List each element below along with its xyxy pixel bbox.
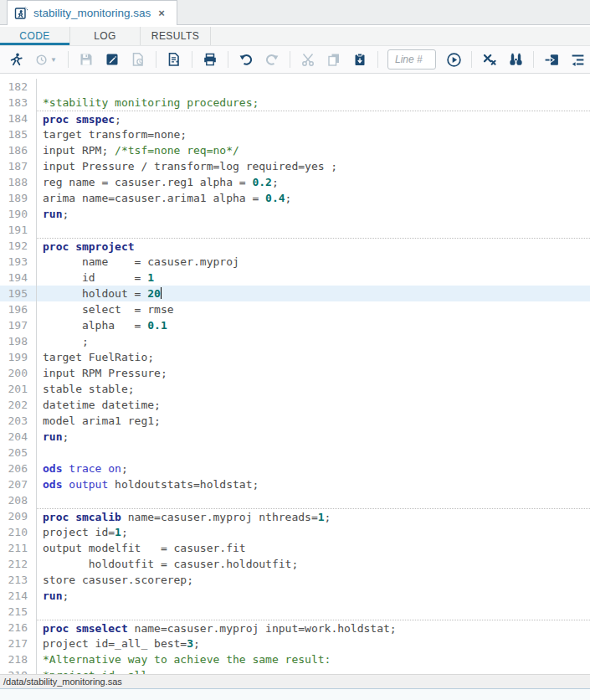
code-line[interactable]: 201stable stable; xyxy=(0,381,590,397)
code-line[interactable]: 216proc smselect name=casuser.myproj inp… xyxy=(0,620,590,636)
code-line[interactable]: 189arima name=casuser.arima1 alpha = 0.4… xyxy=(0,190,590,206)
code-text[interactable]: alpha = 0.1 xyxy=(37,317,590,333)
code-text[interactable]: project id=_all_ best=3; xyxy=(37,636,590,651)
run-icon[interactable] xyxy=(8,51,24,68)
code-text[interactable]: run; xyxy=(37,206,590,222)
clear-code-icon[interactable] xyxy=(481,51,498,68)
code-line[interactable]: 215 xyxy=(0,604,590,620)
tab-log[interactable]: LOG xyxy=(70,27,141,45)
code-line[interactable]: 217project id=_all_ best=3; xyxy=(0,636,590,651)
code-text[interactable]: ; xyxy=(37,333,590,349)
code-line[interactable]: 211output modelfit = casuser.fit xyxy=(0,540,590,556)
code-text[interactable]: input RPM; /*tsf=none req=no*/ xyxy=(37,142,590,158)
print-icon[interactable] xyxy=(202,51,218,68)
save-icon[interactable] xyxy=(78,51,95,68)
code-text[interactable]: run; xyxy=(37,588,590,604)
code-line[interactable]: 190run; xyxy=(0,206,590,222)
code-line[interactable]: 208 xyxy=(0,492,590,508)
code-text[interactable]: target transform=none; xyxy=(37,126,590,142)
code-line[interactable]: 187input Pressure / transform=log requir… xyxy=(0,158,590,174)
code-line[interactable]: 184proc smspec; xyxy=(0,111,590,126)
code-text[interactable]: input Pressure / transform=log required=… xyxy=(37,158,590,174)
code-text[interactable]: project id=1; xyxy=(37,524,590,540)
code-line[interactable]: 205 xyxy=(0,445,590,461)
code-text[interactable]: name = casuser.myproj xyxy=(37,254,590,270)
code-text[interactable]: run; xyxy=(37,429,590,445)
undo-icon[interactable] xyxy=(238,51,254,68)
code-text[interactable]: holdout = 20 xyxy=(37,286,590,301)
code-line[interactable]: 207ods output holdoutstats=holdstat; xyxy=(0,476,590,492)
code-text[interactable]: holdoutfit = casuser.holdoutfit; xyxy=(37,556,590,572)
code-line[interactable]: 218*Alternative way to achieve the same … xyxy=(0,651,590,667)
format-code-icon[interactable] xyxy=(569,51,586,68)
code-line[interactable]: 200input RPM Pressure; xyxy=(0,365,590,381)
code-text[interactable]: *project id=_all_; xyxy=(37,667,590,674)
close-icon[interactable]: × xyxy=(156,7,167,19)
find-replace-icon[interactable] xyxy=(507,51,524,68)
code-line[interactable]: 183*stability monitoring procedures; xyxy=(0,95,590,111)
code-line[interactable]: 219*project id=_all_; xyxy=(0,667,590,674)
code-text[interactable]: ods trace on; xyxy=(37,461,590,476)
code-line[interactable]: 192proc smproject xyxy=(0,238,590,254)
code-editor[interactable]: 182183*stability monitoring procedures;1… xyxy=(0,74,590,674)
code-text[interactable]: select = rmse xyxy=(37,301,590,317)
code-text[interactable] xyxy=(37,492,590,508)
cut-icon[interactable] xyxy=(300,51,316,68)
code-text[interactable]: output modelfit = casuser.fit xyxy=(37,540,590,556)
code-line[interactable]: 196 select = rmse xyxy=(0,301,590,317)
code-line[interactable]: 202datetime datetime; xyxy=(0,397,590,413)
arrow-into-box-icon[interactable] xyxy=(543,51,560,68)
code-line[interactable]: 194 id = 1 xyxy=(0,270,590,286)
code-text[interactable] xyxy=(37,79,590,95)
code-line[interactable]: 209proc smcalib name=casuser.myproj nthr… xyxy=(0,508,590,524)
code-line[interactable]: 198 ; xyxy=(0,333,590,349)
code-line[interactable]: 203model arima1 reg1; xyxy=(0,413,590,429)
code-text[interactable]: arima name=casuser.arima1 alpha = 0.4; xyxy=(37,190,590,206)
file-history-icon[interactable] xyxy=(130,51,146,68)
code-text[interactable]: proc smselect name=casuser.myproj input=… xyxy=(37,620,590,636)
code-text[interactable]: target FuelRatio; xyxy=(37,349,590,365)
code-line[interactable]: 204run; xyxy=(0,429,590,445)
code-text[interactable]: reg name = casuser.reg1 alpha = 0.2; xyxy=(37,174,590,190)
code-line[interactable]: 213store casuser.scorerep; xyxy=(0,572,590,588)
code-line[interactable]: 185target transform=none; xyxy=(0,126,590,142)
go-to-line-icon[interactable] xyxy=(445,51,462,68)
paste-icon[interactable] xyxy=(351,51,368,68)
code-text[interactable]: *stability monitoring procedures; xyxy=(37,95,590,111)
code-text[interactable]: stable stable; xyxy=(37,381,590,397)
code-line[interactable]: 195 holdout = 20 xyxy=(0,286,590,301)
code-line[interactable]: 188reg name = casuser.reg1 alpha = 0.2; xyxy=(0,174,590,190)
tab-code[interactable]: CODE xyxy=(0,27,70,45)
code-text[interactable]: *Alternative way to achieve the same res… xyxy=(37,651,590,667)
code-line[interactable]: 197 alpha = 0.1 xyxy=(0,317,590,333)
code-text[interactable]: input RPM Pressure; xyxy=(37,365,590,381)
code-snippet-icon[interactable] xyxy=(166,51,182,68)
code-line[interactable]: 199target FuelRatio; xyxy=(0,349,590,365)
redo-icon[interactable] xyxy=(264,51,280,68)
code-text[interactable] xyxy=(37,445,590,461)
copy-icon[interactable] xyxy=(326,51,342,68)
code-text[interactable]: datetime datetime; xyxy=(37,397,590,413)
code-text[interactable]: ods output holdoutstats=holdstat; xyxy=(37,476,590,492)
line-number-input[interactable] xyxy=(387,49,436,69)
code-line[interactable]: 186input RPM; /*tsf=none req=no*/ xyxy=(0,142,590,158)
code-line[interactable]: 214run; xyxy=(0,588,590,604)
code-line[interactable]: 191 xyxy=(0,222,590,238)
edit-program-icon[interactable] xyxy=(104,51,121,68)
code-text[interactable]: proc smspec; xyxy=(37,111,590,126)
submission-history-icon[interactable]: ▼ xyxy=(33,51,59,68)
code-text[interactable]: proc smcalib name=casuser.myproj nthread… xyxy=(37,508,590,524)
code-line[interactable]: 212 holdoutfit = casuser.holdoutfit; xyxy=(0,556,590,572)
code-line[interactable]: 193 name = casuser.myproj xyxy=(0,254,590,270)
code-text[interactable]: id = 1 xyxy=(37,270,590,286)
code-text[interactable] xyxy=(37,604,590,620)
code-line[interactable]: 182 xyxy=(0,79,590,95)
code-text[interactable]: model arima1 reg1; xyxy=(37,413,590,429)
program-tab[interactable]: stability_monitoring.sas × xyxy=(7,0,177,25)
code-text[interactable] xyxy=(37,222,590,238)
code-text[interactable]: store casuser.scorerep; xyxy=(37,572,590,588)
code-line[interactable]: 206ods trace on; xyxy=(0,461,590,476)
code-text[interactable]: proc smproject xyxy=(37,238,590,254)
code-line[interactable]: 210project id=1; xyxy=(0,524,590,540)
tab-results[interactable]: RESULTS xyxy=(141,27,211,45)
